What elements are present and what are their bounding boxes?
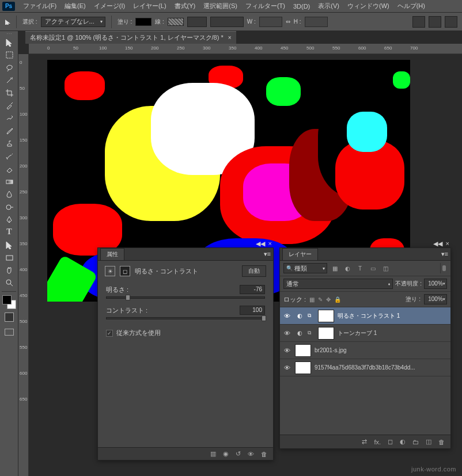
stroke-swatch[interactable] <box>168 18 184 26</box>
reset-icon[interactable]: ↺ <box>236 450 241 458</box>
menu-view[interactable]: 表示(V) <box>315 1 343 12</box>
filter-adjustment-icon[interactable]: ◐ <box>342 263 353 273</box>
brightness-slider[interactable] <box>106 296 265 299</box>
lock-transparent-icon[interactable]: ▦ <box>309 296 315 303</box>
lock-pixels-icon[interactable]: ✎ <box>318 296 323 303</box>
menu-type[interactable]: 書式(Y) <box>171 1 199 12</box>
panel-grip[interactable] <box>0 31 18 36</box>
mask-link-icon[interactable]: ⧉ <box>308 330 315 336</box>
visibility-toggle-icon[interactable]: 👁 <box>282 330 291 337</box>
layer-style-icon[interactable]: fx. <box>374 439 381 445</box>
toggle-visibility-icon[interactable]: 👁 <box>248 451 254 458</box>
filter-toggle[interactable] <box>440 263 447 273</box>
stroke-style[interactable] <box>210 17 244 27</box>
align-edges-button[interactable] <box>412 16 425 28</box>
layer-name[interactable]: トーンカーブ 1 <box>338 329 448 337</box>
menu-select[interactable]: 選択範囲(S) <box>200 1 241 12</box>
arrange-button[interactable] <box>445 16 457 28</box>
layer-name[interactable]: br2001-s.jpg <box>315 347 448 353</box>
link-layers-icon[interactable]: ⇄ <box>362 438 367 445</box>
crop-tool[interactable] <box>1 86 17 99</box>
layer-mask-icon[interactable]: ◻ <box>388 438 393 445</box>
width-input[interactable] <box>259 17 282 27</box>
menu-layer[interactable]: レイヤー(L) <box>130 1 169 12</box>
visibility-toggle-icon[interactable]: 👁 <box>282 347 291 354</box>
history-brush-tool[interactable] <box>1 150 17 162</box>
contrast-slider[interactable] <box>106 317 265 319</box>
filter-shape-icon[interactable]: ▭ <box>368 263 378 273</box>
eyedropper-tool[interactable] <box>1 99 17 112</box>
magic-wand-tool[interactable] <box>1 74 17 86</box>
layer-thumbnail[interactable] <box>295 361 311 374</box>
fill-value[interactable]: 100% <box>424 294 447 304</box>
new-layer-icon[interactable]: ◫ <box>426 438 431 445</box>
lasso-tool[interactable] <box>1 61 17 74</box>
delete-adjustment-icon[interactable]: 🗑 <box>261 451 267 458</box>
menu-3d[interactable]: 3D(D) <box>290 2 313 11</box>
move-tool[interactable] <box>1 36 17 48</box>
auto-button[interactable]: 自動 <box>242 265 266 277</box>
layer-row[interactable]: 👁◐⧉明るさ・コントラスト 1 <box>280 307 450 325</box>
panel-menu-icon[interactable]: ▾≡ <box>441 250 448 258</box>
clone-stamp-tool[interactable] <box>1 137 17 150</box>
healing-brush-tool[interactable] <box>1 112 17 124</box>
menu-file[interactable]: ファイル(F) <box>20 1 60 12</box>
panel-collapse-controls[interactable]: ◀◀× <box>256 240 272 247</box>
pen-tool[interactable] <box>1 213 17 226</box>
zoom-tool[interactable] <box>1 276 17 289</box>
document-tab[interactable]: 名称未設定1 @ 100% (明るさ・コントラスト 1, レイヤーマスク/8) … <box>25 31 236 44</box>
layer-name[interactable]: 9157f4aa75d683a3f7db3b18c73b4dd... <box>315 364 448 371</box>
mask-thumbnail[interactable] <box>318 327 334 340</box>
layer-row[interactable]: 👁br2001-s.jpg <box>280 342 450 359</box>
layer-row[interactable]: 👁9157f4aa75d683a3f7db3b18c73b4dd... <box>280 359 450 376</box>
lock-all-icon[interactable]: 🔒 <box>334 296 341 303</box>
view-previous-icon[interactable]: ◉ <box>223 450 229 458</box>
properties-tab[interactable]: 属性 <box>100 248 124 260</box>
brush-tool[interactable] <box>1 124 17 137</box>
quick-mask-toggle[interactable] <box>1 313 17 326</box>
menu-image[interactable]: イメージ(I) <box>90 1 128 12</box>
new-adjustment-icon[interactable]: ◐ <box>400 438 406 445</box>
filter-smart-icon[interactable]: ◫ <box>380 263 391 273</box>
menu-filter[interactable]: フィルター(T) <box>242 1 289 12</box>
dodge-tool[interactable] <box>1 200 17 213</box>
rectangle-tool[interactable] <box>1 251 17 264</box>
legacy-checkbox[interactable]: ✓ <box>106 330 113 337</box>
layer-row[interactable]: 👁◐⧉トーンカーブ 1 <box>280 325 450 342</box>
visibility-toggle-icon[interactable]: 👁 <box>282 364 291 371</box>
ruler-horizontal[interactable]: 0501001502002503003504004505005506006507… <box>29 44 462 54</box>
eraser-tool[interactable] <box>1 162 17 175</box>
fill-swatch[interactable] <box>135 18 152 26</box>
panel-collapse-controls[interactable]: ◀◀× <box>433 240 449 247</box>
layer-mask-icon[interactable]: ◻ <box>120 266 130 276</box>
lock-position-icon[interactable]: ✥ <box>326 296 331 303</box>
filter-type-icon[interactable]: T <box>355 263 365 273</box>
panel-menu-icon[interactable]: ▾≡ <box>264 250 271 258</box>
path-ops-button[interactable] <box>429 16 441 28</box>
menu-help[interactable]: ヘルプ(H) <box>394 1 429 12</box>
gradient-tool[interactable] <box>1 175 17 188</box>
type-tool[interactable]: T <box>1 226 17 238</box>
blur-tool[interactable] <box>1 188 17 200</box>
height-input[interactable] <box>305 17 328 27</box>
brightness-value[interactable]: -76 <box>240 285 265 294</box>
marquee-tool[interactable] <box>1 48 17 61</box>
layer-filter-type[interactable]: 種類 <box>283 263 327 273</box>
layer-name[interactable]: 明るさ・コントラスト 1 <box>338 312 448 320</box>
stroke-width[interactable] <box>187 17 207 27</box>
mask-thumbnail[interactable] <box>318 310 334 322</box>
clip-to-layer-icon[interactable]: ▥ <box>210 450 216 458</box>
contrast-value[interactable]: 100 <box>240 306 265 315</box>
visibility-toggle-icon[interactable]: 👁 <box>282 313 291 319</box>
menu-window[interactable]: ウィンドウ(W) <box>344 1 393 12</box>
layers-tab[interactable]: レイヤー <box>282 248 318 260</box>
ruler-vertical[interactable]: 050100150200250300350400450500550600650 <box>18 54 29 476</box>
filter-pixel-icon[interactable]: ▦ <box>330 263 340 273</box>
opacity-value[interactable]: 100% <box>424 279 447 289</box>
path-selection-tool[interactable] <box>1 238 17 251</box>
blend-mode-dropdown[interactable]: 通常 <box>283 279 393 289</box>
layer-thumbnail[interactable] <box>295 344 311 357</box>
close-icon[interactable]: × <box>228 35 232 41</box>
screen-mode-toggle[interactable] <box>1 329 17 336</box>
select-dropdown[interactable]: アクティブなレ... <box>41 17 105 27</box>
